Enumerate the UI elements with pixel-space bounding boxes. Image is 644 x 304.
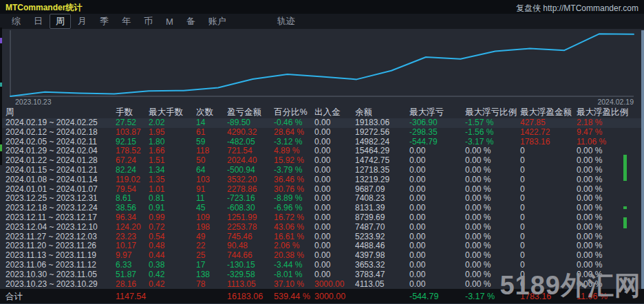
table-cell: 0.48 <box>149 241 196 251</box>
table-row[interactable]: 2023.11.13 ~ 2023.11.199.970.4425744.662… <box>0 251 644 261</box>
x-axis-end-label: 2024.02.19 <box>597 98 634 106</box>
menu-item-周[interactable]: 周 <box>50 14 71 29</box>
brand-link[interactable]: 复盘侠 http://MTCommander.com <box>516 3 638 14</box>
table-cell <box>355 289 409 304</box>
table-row[interactable]: 2023.11.20 ~ 2023.11.2610.170.482290.482… <box>0 241 644 251</box>
table-cell: 0.00 <box>409 232 465 242</box>
window-title: MTCommander统计 <box>6 2 82 14</box>
background-window-artifact <box>623 206 627 209</box>
table-cell: 119.02 <box>116 175 149 185</box>
table-cell: 0.00 <box>409 223 465 232</box>
table-cell: 2024.02.19 ~ 2024.02.25 <box>6 118 116 128</box>
table-cell: 16.72 % <box>274 213 314 223</box>
table-cell: 0.99 <box>149 213 196 223</box>
table-cell: 9.97 <box>116 251 149 261</box>
table-cell: 2.18 % <box>577 118 644 128</box>
menu-item-币[interactable]: 币 <box>138 14 159 29</box>
table-cell: 0.00 <box>314 261 355 270</box>
table-cell: -3.44 % <box>274 261 314 270</box>
table-cell: 0.00 % <box>577 166 644 175</box>
menu-item-季[interactable]: 季 <box>94 14 115 29</box>
table-cell: 0.44 <box>149 251 196 261</box>
table-cell: 45 <box>196 204 227 213</box>
table-row[interactable]: 2024.02.19 ~ 2024.02.2527.522.0214-89.50… <box>0 118 644 128</box>
table-cell: 9.47 % <box>577 128 644 138</box>
table-cell: 2023.12.04 ~ 2023.12.10 <box>6 223 116 232</box>
table-cell: 0 <box>520 232 577 242</box>
table-cell: 19183.06 <box>355 118 409 128</box>
table-cell: -3.17 % <box>465 138 520 147</box>
table-cell: 96.34 <box>116 213 149 223</box>
table-row[interactable]: 2024.01.22 ~ 2024.01.2867.241.51502024.4… <box>0 156 644 166</box>
table-cell: 103 <box>196 175 227 185</box>
table-cell: -8.89 % <box>274 194 314 204</box>
table-cell: 90.48 <box>227 241 274 251</box>
table-row[interactable]: 2023.12.11 ~ 2023.12.1796.340.991091251.… <box>0 213 644 223</box>
table-row[interactable]: 2024.01.15 ~ 2024.01.2182.241.3464-500.9… <box>0 166 644 175</box>
table-row[interactable]: 2023.11.27 ~ 2023.12.0323.230.5449745.46… <box>0 232 644 242</box>
table-cell: 0.00 <box>314 118 355 128</box>
table-row[interactable]: 2024.01.08 ~ 2024.01.14119.021.351033532… <box>0 175 644 185</box>
table-cell: 2023.12.18 ~ 2023.12.24 <box>6 204 116 213</box>
table-row[interactable]: 2024.02.05 ~ 2024.02.1192.151.8059-482.0… <box>0 138 644 147</box>
table-cell: -130.15 <box>227 261 274 270</box>
table-cell: 0.00 % <box>577 175 644 185</box>
table-cell: 2024.01.08 ~ 2024.01.14 <box>6 175 116 185</box>
table-cell: 1251.99 <box>227 213 274 223</box>
table-cell: 0 <box>520 146 577 156</box>
table-cell: 0.00 <box>409 166 465 175</box>
table-cell: 2023.10.30 ~ 2023.11.05 <box>6 270 116 280</box>
table-cell: -608.30 <box>227 204 274 213</box>
table-cell: 4488.46 <box>355 241 409 251</box>
menu-item-年[interactable]: 年 <box>116 14 137 29</box>
mtcommander-stats-window: MTCommander统计 复盘侠 http://MTCommander.com… <box>0 0 644 304</box>
table-cell: 0.00 % <box>465 156 520 166</box>
table-cell: 0.00 % <box>465 185 520 195</box>
background-window-artifact <box>0 144 2 151</box>
table-cell: 合计 <box>6 289 116 304</box>
table-cell: 2024.40 <box>227 156 274 166</box>
table-cell: 1.51 <box>149 156 196 166</box>
table-row[interactable]: 2024.01.01 ~ 2024.01.0779.541.01912278.8… <box>0 185 644 195</box>
column-header: 盈亏金额 <box>227 106 274 118</box>
table-cell: 2023.10.23 ~ 2023.10.29 <box>6 280 116 290</box>
table-cell: 78 <box>196 280 227 290</box>
table-cell: 16.61 % <box>274 232 314 242</box>
table-row[interactable]: 2023.12.04 ~ 2023.12.10124.200.721982253… <box>0 223 644 232</box>
table-cell: 0 <box>520 223 577 232</box>
table-cell: 43.06 % <box>274 223 314 232</box>
table-cell: 0.00 <box>409 156 465 166</box>
table-cell: 7487.70 <box>355 223 409 232</box>
menu-item-轨迹[interactable]: 轨迹 <box>271 14 301 29</box>
table-cell: 13219.29 <box>355 175 409 185</box>
table-row[interactable]: 2024.02.12 ~ 2024.02.18103.871.95614290.… <box>0 128 644 138</box>
table-row[interactable]: 2024.01.29 ~ 2024.02.04178.521.66118721.… <box>0 146 644 156</box>
column-header: 最大浮盈金额 <box>520 106 577 118</box>
column-header: 出入金 <box>314 106 355 118</box>
table-cell: -3.12 % <box>274 138 314 147</box>
table-cell: 0.00 <box>409 280 465 290</box>
table-cell: 28.64 % <box>274 128 314 138</box>
table-cell: 11.06 % <box>577 138 644 147</box>
table-cell: 37.10 % <box>274 280 314 290</box>
table-row[interactable]: 2023.12.25 ~ 2023.12.318.610.8111-723.16… <box>0 194 644 204</box>
table-cell: 0.00 <box>314 251 355 261</box>
table-cell: 0.72 <box>149 223 196 232</box>
menu-item-月[interactable]: 月 <box>72 14 93 29</box>
menu-item-M[interactable]: M <box>160 15 180 28</box>
table-cell: 0.00 <box>314 232 355 242</box>
menu-item-账户[interactable]: 账户 <box>202 14 233 29</box>
table-cell: 1.34 <box>149 166 196 175</box>
menu-item-备[interactable]: 备 <box>180 14 202 29</box>
table-cell: -89.50 <box>227 118 274 128</box>
table-cell: 0.00 <box>409 204 465 213</box>
table-cell: 721.54 <box>227 146 274 156</box>
table-cell: 5233.92 <box>355 232 409 242</box>
table-row[interactable]: 2023.12.18 ~ 2023.12.2438.560.9145-608.3… <box>0 204 644 213</box>
background-window-artifact <box>0 38 2 43</box>
background-window-artifact <box>623 217 627 228</box>
menu-item-综[interactable]: 综 <box>6 14 27 29</box>
menu-item-日[interactable]: 日 <box>28 14 49 29</box>
column-header: 余额 <box>355 106 409 118</box>
column-header: 最大浮盈比例 <box>577 106 644 118</box>
